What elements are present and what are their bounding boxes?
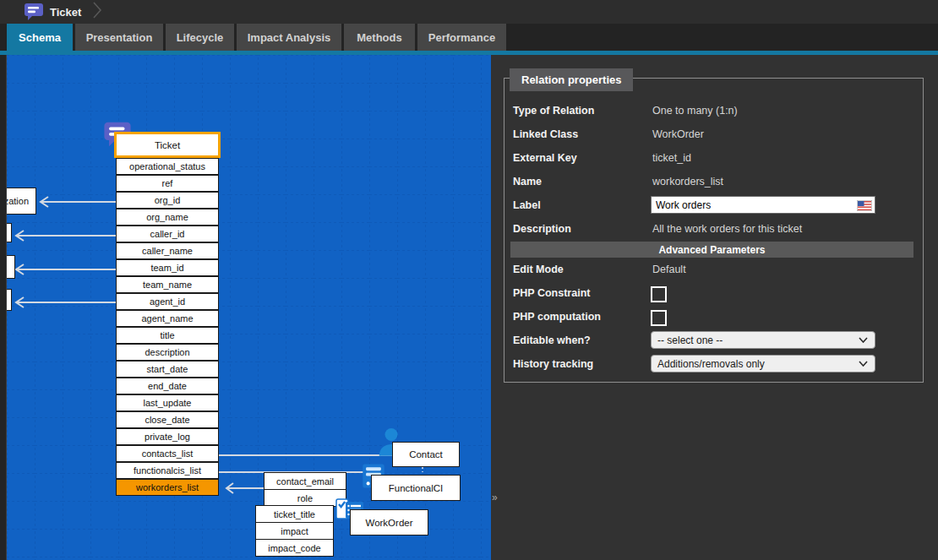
field-caller_name[interactable]: caller_name xyxy=(116,242,219,259)
panel-splitter-chevron-icon[interactable]: » xyxy=(492,492,498,503)
label-name: Name xyxy=(513,176,648,188)
entity-contact[interactable]: Contact xyxy=(392,442,460,467)
tab-schema[interactable]: Schema xyxy=(7,24,73,51)
tab-impact-analysis[interactable]: Impact Analysis xyxy=(237,24,341,51)
field-agent_id[interactable]: agent_id xyxy=(116,293,219,310)
language-flag-icon[interactable] xyxy=(857,199,872,215)
field-impact[interactable]: impact xyxy=(255,522,334,540)
label-php-computation: PHP computation xyxy=(513,311,648,323)
left-entity-partial[interactable] xyxy=(7,289,12,311)
breadcrumb-chevron-icon xyxy=(93,2,103,22)
label-history-tracking: History tracking xyxy=(513,358,648,370)
value-linked-class: WorkOrder xyxy=(652,128,704,140)
label-type-of-relation: Type of Relation xyxy=(513,105,648,117)
label-editable-when: Editable when? xyxy=(513,334,648,346)
label-linked-class: Linked Class xyxy=(513,128,648,140)
field-close_date[interactable]: close_date xyxy=(116,411,219,428)
field-agent_name[interactable]: agent_name xyxy=(116,310,219,327)
field-last_update[interactable]: last_update xyxy=(116,394,219,411)
field-org_id[interactable]: org_id xyxy=(116,192,219,209)
organization-entity-partial[interactable]: Organization xyxy=(7,188,36,215)
field-end_date[interactable]: end_date xyxy=(116,378,219,394)
field-org_name[interactable]: org_name xyxy=(116,209,219,226)
history-tracking-select[interactable]: Additions/removals only xyxy=(651,355,875,372)
value-description: All the work orders for this ticket xyxy=(652,223,802,235)
field-contacts_list[interactable]: contacts_list xyxy=(116,445,219,462)
label-description: Description xyxy=(513,223,648,235)
label-input[interactable] xyxy=(651,196,875,214)
value-type-of-relation: One to many (1:n) xyxy=(652,105,738,117)
left-entity-partial[interactable] xyxy=(7,255,15,279)
page-title: Ticket xyxy=(50,6,81,19)
field-start_date[interactable]: start_date xyxy=(116,361,219,378)
left-entity-partial[interactable] xyxy=(7,223,12,242)
value-name: workorders_list xyxy=(652,176,723,188)
chevron-down-icon xyxy=(859,361,868,367)
title-bar: Ticket xyxy=(0,0,938,24)
field-title[interactable]: title xyxy=(116,327,219,344)
entity-functionalci[interactable]: FunctionalCI xyxy=(371,475,461,501)
ticket-bubble-icon xyxy=(24,3,44,21)
field-private_log[interactable]: private_log xyxy=(116,428,219,445)
advanced-parameters-header: Advanced Parameters xyxy=(510,242,913,258)
field-ref[interactable]: ref xyxy=(116,175,219,192)
field-description[interactable]: description xyxy=(116,344,219,361)
field-ticket_title[interactable]: ticket_title xyxy=(255,505,334,523)
tab-presentation[interactable]: Presentation xyxy=(75,24,163,51)
field-team_id[interactable]: team_id xyxy=(116,259,219,276)
tab-lifecycle[interactable]: Lifecycle xyxy=(166,24,234,51)
php-constraint-checkbox[interactable] xyxy=(651,286,667,302)
label-edit-mode: Edit Mode xyxy=(513,264,648,275)
tab-performance[interactable]: Performance xyxy=(417,24,506,51)
ticket-entity-header[interactable]: Ticket xyxy=(114,132,221,158)
field-caller_id[interactable]: caller_id xyxy=(116,226,219,242)
php-computation-checkbox[interactable] xyxy=(651,310,667,326)
field-functionalcis_list[interactable]: functionalcis_list xyxy=(116,462,219,479)
editable-when-select[interactable]: -- select one -- xyxy=(651,331,875,349)
left-gutter xyxy=(0,55,7,560)
field-operational_status[interactable]: operational_status xyxy=(116,158,219,175)
field-contact_email[interactable]: contact_email xyxy=(264,472,346,490)
relation-properties-legend: Relation properties xyxy=(510,68,633,91)
schema-canvas[interactable]: Organization Ticket operational_status r… xyxy=(7,55,491,560)
label-input-wrap xyxy=(651,196,875,214)
history-tracking-selected-value: Additions/removals only xyxy=(657,358,765,370)
entity-workorder[interactable]: WorkOrder xyxy=(350,509,428,536)
chevron-down-icon xyxy=(859,337,868,343)
value-edit-mode: Default xyxy=(652,264,686,275)
field-role[interactable]: role xyxy=(264,489,346,507)
field-team_name[interactable]: team_name xyxy=(116,276,219,293)
field-impact_code[interactable]: impact_code xyxy=(255,539,334,557)
label-php-constraint: PHP Constraint xyxy=(513,287,648,299)
label-label: Label xyxy=(513,199,648,211)
label-external-key: External Key xyxy=(513,152,648,164)
tab-methods[interactable]: Methods xyxy=(344,24,415,51)
value-external-key: ticket_id xyxy=(652,152,691,164)
editable-when-selected-value: -- select one -- xyxy=(657,334,723,346)
field-workorders_list-selected[interactable]: workorders_list xyxy=(116,479,219,496)
tab-bar: Schema Presentation Lifecycle Impact Ana… xyxy=(0,24,938,51)
